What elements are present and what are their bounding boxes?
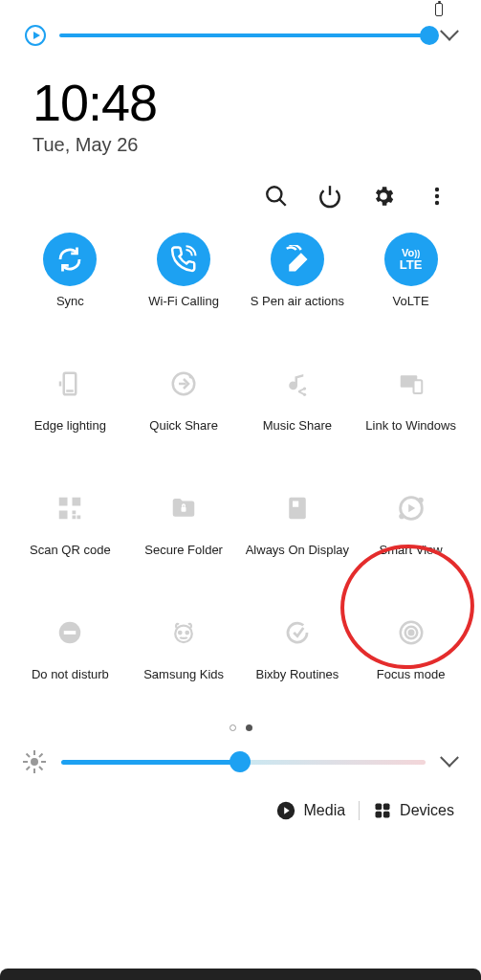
qr-icon (43, 481, 97, 535)
svg-point-32 (175, 626, 192, 643)
chevron-down-icon[interactable] (440, 748, 459, 768)
clock-date: Tue, May 26 (33, 134, 448, 156)
tile-label: Secure Folder (144, 543, 223, 573)
tile-scan-qr[interactable]: Scan QR code (13, 481, 127, 573)
tile-label: VoLTE (393, 294, 429, 324)
tile-label: Link to Windows (365, 418, 456, 449)
smart-view-icon (384, 481, 438, 535)
svg-point-34 (186, 632, 189, 635)
page-dot-1[interactable] (230, 724, 236, 731)
tile-label: Edge lighting (34, 418, 106, 449)
brightness-icon (25, 752, 44, 771)
media-scrubber-row (0, 17, 481, 46)
search-icon[interactable] (263, 183, 290, 210)
svg-rect-31 (64, 631, 77, 635)
svg-point-10 (189, 375, 193, 379)
media-slider-thumb[interactable] (420, 26, 439, 45)
tile-bixby-routines[interactable]: Bixby Routines (241, 606, 355, 698)
tile-label: S Pen air actions (251, 294, 344, 324)
samsung-kids-icon (157, 606, 210, 659)
tile-label: Smart View (380, 543, 443, 573)
tile-label: Always On Display (246, 543, 349, 573)
volte-icon: Vo))LTE (384, 233, 438, 286)
tile-secure-folder[interactable]: Secure Folder (127, 481, 241, 573)
svg-rect-17 (59, 498, 68, 506)
tile-link-windows[interactable]: Link to Windows (354, 357, 468, 449)
battery-icon (435, 3, 443, 16)
tile-music-share[interactable]: Music Share (241, 357, 355, 449)
tile-label: Music Share (263, 418, 332, 449)
tile-s-pen-air[interactable]: S Pen air actions (241, 233, 355, 324)
media-slider[interactable] (59, 33, 429, 37)
svg-marker-27 (408, 504, 415, 513)
devices-grid-icon (373, 801, 392, 820)
brightness-thumb[interactable] (230, 751, 251, 772)
bottom-row: Media Devices (0, 771, 481, 821)
svg-rect-43 (383, 812, 390, 818)
tile-label: Scan QR code (30, 543, 111, 573)
clock-time: 10:48 (33, 73, 448, 132)
svg-point-5 (435, 201, 439, 205)
dnd-icon (43, 606, 97, 659)
tile-label: Sync (56, 294, 84, 324)
tile-do-not-disturb[interactable]: Do not disturb (13, 606, 127, 698)
tile-label: Wi-Fi Calling (148, 294, 219, 324)
wifi-calling-icon (157, 233, 210, 286)
power-icon[interactable] (317, 183, 343, 210)
tile-edge-lighting[interactable]: Edge lighting (13, 357, 127, 449)
svg-point-29 (399, 514, 404, 520)
bixby-routines-icon (271, 606, 324, 659)
chevron-down-icon[interactable] (440, 22, 459, 41)
s-pen-air-icon (271, 233, 324, 286)
svg-rect-21 (77, 516, 81, 520)
svg-rect-23 (182, 507, 186, 512)
tile-quick-share[interactable]: Quick Share (127, 357, 241, 449)
devices-label: Devices (400, 802, 454, 819)
devices-button[interactable]: Devices (373, 801, 454, 820)
page-indicator[interactable] (0, 698, 481, 739)
tile-focus-mode[interactable]: Focus mode (354, 606, 468, 698)
tile-label: Quick Share (149, 418, 218, 449)
svg-rect-22 (73, 516, 77, 520)
brightness-slider[interactable] (61, 760, 426, 765)
svg-point-0 (267, 187, 281, 201)
svg-rect-24 (289, 498, 306, 520)
tile-samsung-kids[interactable]: Samsung Kids (127, 606, 241, 698)
edge-lighting-icon (43, 357, 97, 411)
tile-label: Bixby Routines (256, 667, 339, 698)
svg-line-14 (298, 391, 304, 394)
tile-label: Do not disturb (32, 667, 109, 698)
brightness-row (0, 739, 481, 771)
media-label: Media (304, 802, 346, 819)
svg-point-33 (179, 632, 182, 635)
bottom-edge (0, 969, 481, 980)
tile-always-on-display[interactable]: Always On Display (241, 481, 355, 573)
utility-row (0, 156, 481, 210)
separator (359, 801, 360, 820)
tile-label: Samsung Kids (143, 667, 224, 698)
svg-rect-40 (376, 804, 383, 811)
svg-rect-18 (73, 498, 81, 506)
page-dot-2[interactable] (246, 724, 252, 731)
link-windows-icon (384, 357, 438, 411)
svg-point-28 (418, 498, 424, 503)
tile-wifi-calling[interactable]: Wi-Fi Calling (127, 233, 241, 324)
tile-volte[interactable]: Vo))LTE VoLTE (354, 233, 468, 324)
secure-folder-icon (157, 481, 210, 535)
svg-rect-19 (59, 511, 68, 520)
aod-icon (271, 481, 324, 535)
svg-point-3 (435, 188, 439, 191)
music-share-icon (271, 357, 324, 411)
gear-icon[interactable] (370, 183, 397, 210)
quick-share-icon (157, 357, 210, 411)
tile-smart-view[interactable]: Smart View (354, 481, 468, 573)
svg-rect-20 (73, 511, 77, 515)
svg-rect-25 (293, 501, 298, 507)
svg-rect-42 (376, 812, 383, 818)
play-icon[interactable] (25, 25, 46, 46)
svg-rect-41 (383, 804, 390, 811)
tile-sync[interactable]: Sync (13, 233, 127, 324)
more-icon[interactable] (424, 183, 450, 210)
focus-mode-icon (384, 606, 438, 659)
media-button[interactable]: Media (275, 800, 346, 821)
